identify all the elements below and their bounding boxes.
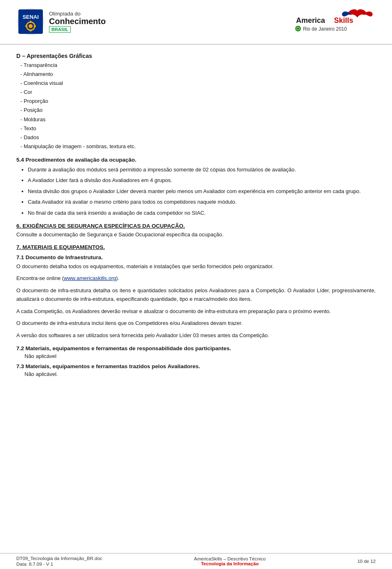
section-6-text: Consulte a documentação de Segurança e S… xyxy=(16,231,376,239)
list-item: No final de cada dia será inserido a ava… xyxy=(28,209,376,217)
footer-left: DT09_Tecnologia da Informação_BR.doc Dat… xyxy=(16,556,102,567)
list-item: - Posição xyxy=(20,106,376,115)
subsection-71-title: 7.1 Documento de Infraestrutura. xyxy=(16,254,376,260)
paragraph-71-6: A versão dos softwares a ser utilizados … xyxy=(16,331,376,340)
footer-doc-name: DT09_Tecnologia da Informação_BR.doc xyxy=(16,556,102,561)
subsection-73-title: 7.3 Materiais, equipamentos e ferramenta… xyxy=(16,363,376,369)
brasil-tag: BRASIL xyxy=(49,26,71,33)
svg-text:Rio de Janeiro 2010: Rio de Janeiro 2010 xyxy=(303,26,347,32)
page: SENAI Olimpíada do Conhecimento BRASIL xyxy=(0,0,392,569)
svg-text:America: America xyxy=(296,16,325,24)
list-item: - Texto xyxy=(20,124,376,133)
americaskills-link[interactable]: www.americaskills.org xyxy=(64,275,116,281)
section-54: 5.4 Procedimentos de avaliação da ocupaç… xyxy=(16,157,376,217)
section-7-title: 7. MATERIAIS E EQUIPAMENTOS. xyxy=(16,244,376,250)
footer-center: AmericaSkills – Descritivo Técnico Tecno… xyxy=(194,556,266,566)
subsection-73-text: Não aplicável. xyxy=(16,371,376,377)
list-item: - Proporção xyxy=(20,97,376,106)
footer-center-bottom: Tecnologia da Informação xyxy=(194,561,266,566)
header: SENAI Olimpíada do Conhecimento BRASIL xyxy=(0,0,392,41)
paragraph-71-5: O documento de infra-estrutura inclui it… xyxy=(16,319,376,327)
senai-logo-icon: SENAI xyxy=(16,7,45,36)
subsection-72-title: 7.2 Materiais, equipamentos e ferramenta… xyxy=(16,345,376,351)
section-6: 6. EXIGÊNCIAS DE SEGURANÇA ESPECÍFICAS D… xyxy=(16,223,376,239)
bullet-list-54: Durante a avaliação dos módulos será per… xyxy=(16,165,376,217)
olimpiada-line1: Olimpíada do xyxy=(49,11,106,17)
list-item: - Dados xyxy=(20,133,376,142)
section-54-title: 5.4 Procedimentos de avaliação da ocupaç… xyxy=(16,157,376,163)
right-logo: America Skills Rio de Janeiro 2010 xyxy=(294,7,376,34)
paragraph-71-4: A cada Competição, os Avaliadores deverã… xyxy=(16,307,376,316)
section-7: 7. MATERIAIS E EQUIPAMENTOS. 7.1 Documen… xyxy=(16,244,376,377)
section-d-title: D – Apresentações Gráficas xyxy=(16,53,376,59)
section-d: D – Apresentações Gráficas - Transparênc… xyxy=(16,53,376,151)
list-item: Cada Avaliador irá avaliar o mesmo crité… xyxy=(28,198,376,206)
list-item: A Avaliador Líder fará a divisão dos Ava… xyxy=(28,176,376,184)
olimpiada-text: Olimpíada do Conhecimento BRASIL xyxy=(49,11,106,33)
list-item: - Transparência xyxy=(20,61,376,70)
footer-date: Data: 8.7.09 - V 1 xyxy=(16,562,102,567)
list-item: - Cor xyxy=(20,88,376,97)
section-6-title: 6. EXIGÊNCIAS DE SEGURANÇA ESPECÍFICAS D… xyxy=(16,223,376,229)
list-item: Durante a avaliação dos módulos será per… xyxy=(28,165,376,174)
paragraph-71-2: Encontra-se online (www.americaskills.or… xyxy=(16,274,376,282)
svg-point-4 xyxy=(29,24,33,28)
footer-page-number: 10 de 12 xyxy=(357,559,376,564)
svg-rect-6 xyxy=(30,29,31,31)
americaskills-logo-icon: America Skills Rio de Janeiro 2010 xyxy=(294,7,376,34)
list-item: - Manipulação de imagem - sombras, textu… xyxy=(20,142,376,151)
list-item: - Molduras xyxy=(20,115,376,124)
section-d-items: - Transparência - Alinhamento - Coerênci… xyxy=(16,61,376,151)
content-area: D – Apresentações Gráficas - Transparênc… xyxy=(0,49,392,553)
footer-center-top: AmericaSkills – Descritivo Técnico xyxy=(194,556,266,561)
left-logo: SENAI Olimpíada do Conhecimento BRASIL xyxy=(16,7,106,36)
svg-rect-5 xyxy=(30,21,31,23)
svg-rect-8 xyxy=(34,25,36,27)
svg-text:SENAI: SENAI xyxy=(22,14,39,20)
footer: DT09_Tecnologia da Informação_BR.doc Dat… xyxy=(0,553,392,569)
list-item: - Coerência visual xyxy=(20,79,376,88)
svg-point-13 xyxy=(297,28,299,29)
paragraph-71-3: O documento de infra-estrutura detalha o… xyxy=(16,286,376,304)
subsection-72-text: Não aplicável xyxy=(16,353,376,359)
svg-rect-7 xyxy=(25,25,27,27)
list-item: - Alinhamento xyxy=(20,70,376,79)
olimpiada-line2: Conhecimento xyxy=(49,17,106,26)
svg-text:Skills: Skills xyxy=(334,16,353,24)
paragraph-71-1: O documento detalha todos os equipamento… xyxy=(16,262,376,271)
list-item: Nesta divisão dos grupos o Avaliador Líd… xyxy=(28,187,376,196)
header-divider xyxy=(0,44,392,44)
